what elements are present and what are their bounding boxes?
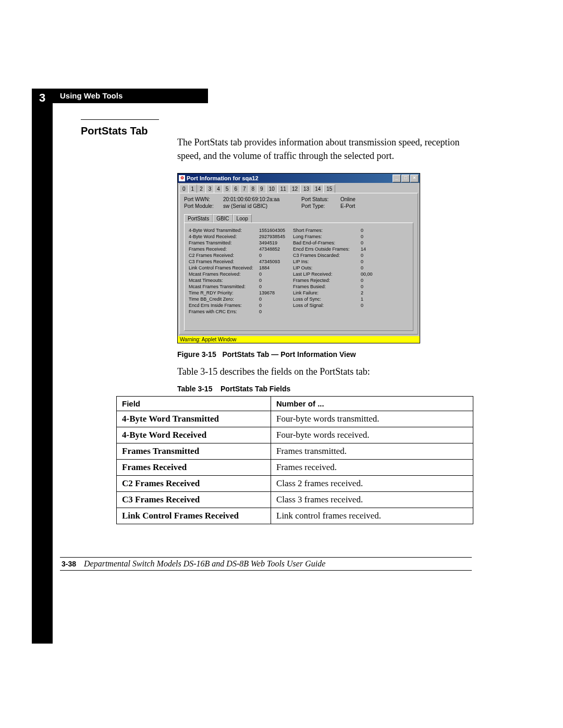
close-button[interactable]: × xyxy=(410,175,419,182)
stat-value: 0 xyxy=(259,277,288,283)
port-tab-12[interactable]: 12 xyxy=(289,184,301,193)
table-title: PortStats Tab Fields xyxy=(221,385,290,393)
port-tab-6[interactable]: 6 xyxy=(231,184,240,193)
port-tab-1[interactable]: 1 xyxy=(188,184,198,193)
paragraph-intro: The PortStats tab provides information a… xyxy=(177,135,474,163)
port-tab-5[interactable]: 5 xyxy=(223,184,232,193)
port-tab-0[interactable]: 0 xyxy=(179,184,189,193)
running-header: Using Web Tools xyxy=(53,89,208,103)
page: 3 Using Web Tools PortStats Tab The Port… xyxy=(0,0,563,728)
stat-label: Encd Errs Outside Frames: xyxy=(293,246,361,252)
header-desc: Number of ... xyxy=(271,397,473,411)
stat-label: Mcast Frames Transmitted: xyxy=(189,283,259,290)
stat-label: Loss of Sync: xyxy=(293,296,361,302)
port-tab-11[interactable]: 11 xyxy=(277,184,289,193)
stat-value: 1884 xyxy=(259,265,288,271)
port-tab-2[interactable]: 2 xyxy=(197,184,206,193)
stat-label: 4-Byte Word Transmitted: xyxy=(189,227,259,233)
stat-row: Time BB_Credit Zero:0 xyxy=(189,296,288,302)
table-header-row: Field Number of ... xyxy=(117,397,473,411)
stat-value: 0 xyxy=(361,277,376,283)
port-tab-10[interactable]: 10 xyxy=(266,184,278,193)
stat-value: 1551604305 xyxy=(259,227,288,233)
subtab-gbic[interactable]: GBIC xyxy=(213,214,232,223)
window-control-buttons: _ □ × xyxy=(393,175,419,182)
figure-number: Figure 3-15 xyxy=(177,350,216,359)
stat-label: LIP Ins: xyxy=(293,258,361,265)
stat-row: LIP Ins:0 xyxy=(293,258,376,265)
port-module-label: Port Module: xyxy=(184,203,223,209)
minimize-button[interactable]: _ xyxy=(393,175,401,182)
stat-value: 0 xyxy=(259,309,288,315)
field-name: Frames Transmitted xyxy=(117,443,271,460)
stat-row: Short Frames:0 xyxy=(293,227,376,233)
stat-value: 0 xyxy=(259,283,288,290)
stat-row: Mcast Timeouts:0 xyxy=(189,277,288,283)
window-title: Port Information for sqa12 xyxy=(187,175,259,181)
stat-row: Frames Busied:0 xyxy=(293,283,376,290)
table-caption: Table 3-15 PortStats Tab Fields xyxy=(177,385,290,393)
stat-label: LIP Outs: xyxy=(293,265,361,271)
port-status-value: Online xyxy=(340,196,356,202)
stat-row: Loss of Signal:0 xyxy=(293,302,376,309)
stat-value: 0 xyxy=(361,240,376,246)
stat-label: Frames Rejected: xyxy=(293,277,361,283)
table-row: 4-Byte Word TransmittedFour-byte words t… xyxy=(117,411,473,427)
port-tab-4[interactable]: 4 xyxy=(214,184,223,193)
subtab-portstats[interactable]: PortStats xyxy=(184,214,213,223)
field-name: 4-Byte Word Transmitted xyxy=(117,411,271,427)
figure-title: PortStats Tab — Port Information View xyxy=(222,350,356,359)
stat-value: 0 xyxy=(361,283,376,290)
document-title: Departmental Switch Models DS-16B and DS… xyxy=(84,559,325,569)
stat-row: Bad End-of-Frames:0 xyxy=(293,240,376,246)
port-tab-3[interactable]: 3 xyxy=(205,184,215,193)
field-description: Frames transmitted. xyxy=(271,443,473,460)
stat-value: 47348852 xyxy=(259,246,288,252)
stat-row: Mcast Frames Transmitted:0 xyxy=(189,283,288,290)
field-description: Class 2 frames received. xyxy=(271,476,473,492)
stat-label: Link Control Frames Received: xyxy=(189,265,259,271)
stat-label: C3 Frames Received: xyxy=(189,258,259,265)
subtab-loop[interactable]: Loop xyxy=(233,214,252,223)
stat-row: Frames Transmitted:3494519 xyxy=(189,240,288,246)
table-row: 4-Byte Word ReceivedFour-byte words rece… xyxy=(117,427,473,443)
stat-label: C2 Frames Received: xyxy=(189,252,259,258)
port-tab-8[interactable]: 8 xyxy=(249,184,258,193)
port-tab-13[interactable]: 13 xyxy=(300,184,312,193)
stat-label: 4-Byte Word Received: xyxy=(189,233,259,240)
field-description: Frames received. xyxy=(271,460,473,476)
stat-label: Short Frames: xyxy=(293,227,361,233)
port-tab-15[interactable]: 15 xyxy=(323,184,335,193)
stat-row: Frames Received:47348852 xyxy=(189,246,288,252)
stat-value: 1 xyxy=(361,296,376,302)
stat-value: 0 xyxy=(361,265,376,271)
stat-value: 2 xyxy=(361,290,376,296)
port-wwn-label: Port WWN: xyxy=(184,196,223,202)
stat-value: 0 xyxy=(361,252,376,258)
port-tab-7[interactable]: 7 xyxy=(240,184,249,193)
table-row: Frames ReceivedFrames received. xyxy=(117,460,473,476)
stat-row: Frames with CRC Errs:0 xyxy=(189,309,288,315)
figure-caption: Figure 3-15 PortStats Tab — Port Informa… xyxy=(177,350,356,359)
table-row: C3 Frames ReceivedClass 3 frames receive… xyxy=(117,492,473,508)
stat-row: Link Failure:2 xyxy=(293,290,376,296)
field-name: Link Control Frames Received xyxy=(117,508,271,524)
maximize-button[interactable]: □ xyxy=(401,175,410,182)
port-tab-9[interactable]: 9 xyxy=(257,184,266,193)
stat-value: 0 xyxy=(361,233,376,240)
section-title: PortStats Tab xyxy=(81,125,148,137)
left-accent-bar xyxy=(32,89,53,644)
port-status-label: Port Status: xyxy=(301,196,340,202)
field-name: C3 Frames Received xyxy=(117,492,271,508)
stat-row: 4-Byte Word Transmitted:1551604305 xyxy=(189,227,288,233)
stat-value: 0 xyxy=(361,258,376,265)
field-description: Class 3 frames received. xyxy=(271,492,473,508)
port-module-value: sw (Serial id GBIC) xyxy=(223,203,301,209)
stat-label: Mcast Timeouts: xyxy=(189,277,259,283)
page-footer: 3-38 Departmental Switch Models DS-16B a… xyxy=(60,557,472,571)
portstats-panel: 4-Byte Word Transmitted:15516043054-Byte… xyxy=(184,223,413,331)
stat-label: Mcast Frames Received: xyxy=(189,271,259,277)
port-tab-14[interactable]: 14 xyxy=(312,184,324,193)
stat-row: Last LIP Received:00,00 xyxy=(293,271,376,277)
header-field: Field xyxy=(117,397,271,411)
